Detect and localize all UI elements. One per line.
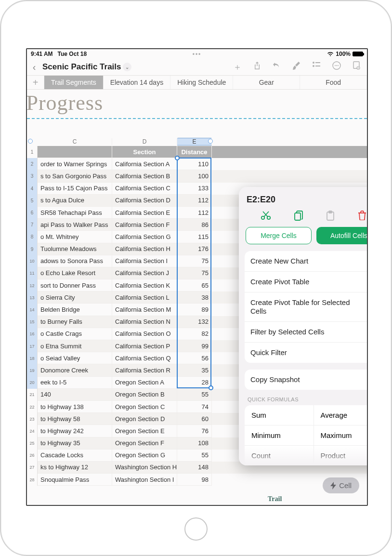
back-button[interactable]: ‹ (29, 62, 39, 73)
cell-segment[interactable]: to Highway 58 (38, 413, 112, 425)
cell-distance[interactable]: 112 (177, 207, 212, 219)
cell-section[interactable]: Oregon Section G (112, 450, 177, 462)
header-cell-distance[interactable]: Distance (177, 146, 212, 158)
document-view-icon[interactable] (353, 61, 360, 73)
cell-section[interactable]: Washington Section I (112, 474, 177, 486)
cell-section[interactable]: California Section D (112, 195, 177, 207)
cell-segment[interactable]: Cascade Locks (38, 450, 112, 462)
cell-section[interactable]: Oregon Section D (112, 413, 177, 425)
cell-segment[interactable]: to Highway 35 (38, 437, 112, 450)
cell-distance[interactable]: 133 (177, 183, 212, 195)
row-header[interactable]: 21 (27, 389, 38, 401)
action-filter-selected[interactable]: Filter by Selected Cells (245, 322, 368, 343)
cell-segment[interactable]: Snoqualmie Pass (38, 474, 112, 486)
cell-distance[interactable]: 35 (177, 364, 212, 376)
cell-section[interactable]: California Section I (112, 255, 177, 267)
cell-distance[interactable]: 89 (177, 304, 212, 316)
row-header[interactable]: 19 (27, 364, 38, 376)
formula-minimum[interactable]: Minimum (245, 425, 314, 445)
tab-trail-segments[interactable]: Trail Segments (44, 76, 104, 89)
tab-gear[interactable]: Gear (233, 76, 300, 89)
cell-section[interactable]: Washington Section H (112, 462, 177, 474)
cell-segment[interactable]: o Echo Lake Resort (38, 267, 112, 279)
row-header[interactable]: 28 (27, 474, 38, 486)
cell-distance[interactable]: 115 (177, 231, 212, 243)
action-create-chart[interactable]: Create New Chart (245, 251, 368, 272)
row-header[interactable]: 1 (27, 146, 38, 158)
cell-distance[interactable]: 98 (177, 474, 212, 486)
row-header[interactable]: 13 (27, 291, 38, 304)
selection-edge-handle[interactable] (208, 139, 213, 144)
row-header[interactable]: 10 (27, 255, 38, 267)
tab-elevation[interactable]: Elevation 14 days (104, 76, 171, 89)
formula-sum[interactable]: Sum (245, 405, 314, 425)
cell-section[interactable]: Oregon Section A (112, 377, 177, 389)
cell-distance[interactable]: 148 (177, 462, 212, 474)
tab-food[interactable]: Food (300, 76, 367, 89)
row-header[interactable]: 7 (27, 219, 38, 231)
row-header[interactable]: 11 (27, 267, 38, 279)
cell-segment[interactable]: eek to I-5 (38, 377, 112, 389)
row-header[interactable]: 18 (27, 352, 38, 364)
autofill-cells-button[interactable]: Autofill Cells (316, 227, 368, 244)
cell-section[interactable]: California Section J (112, 267, 177, 279)
organize-icon[interactable] (312, 61, 321, 73)
cell-segment[interactable]: o Mt. Whitney (38, 231, 112, 243)
cell-distance[interactable]: 176 (177, 243, 212, 255)
cell-segment[interactable]: Belden Bridge (38, 304, 112, 316)
cell-distance[interactable]: 82 (177, 328, 212, 340)
cell-distance[interactable]: 76 (177, 425, 212, 437)
cell-section[interactable]: Oregon Section F (112, 437, 177, 450)
cell-distance[interactable]: 65 (177, 279, 212, 291)
cell-segment[interactable]: to Burney Falls (38, 316, 112, 328)
cell-segment[interactable]: ks to Highway 12 (38, 462, 112, 474)
cell-section[interactable]: California Section Q (112, 352, 177, 364)
cell-segment[interactable]: Pass to I-15 Cajon Pass (38, 183, 112, 195)
cell-distance[interactable]: 86 (177, 219, 212, 231)
cell-section[interactable]: Oregon Section B (112, 389, 177, 401)
cell-distance[interactable]: 75 (177, 267, 212, 279)
row-header[interactable]: 23 (27, 413, 38, 425)
cell-segment[interactable]: o Sierra City (38, 291, 112, 304)
header-cell-section[interactable]: Section (112, 146, 177, 158)
row-header[interactable]: 3 (27, 170, 38, 182)
cell-distance[interactable]: 132 (177, 316, 212, 328)
formula-product[interactable]: Product (314, 446, 368, 465)
action-create-pivot-selected[interactable]: Create Pivot Table for Selected Cells (245, 292, 368, 322)
cell-distance[interactable]: 55 (177, 389, 212, 401)
delete-icon[interactable] (358, 211, 366, 221)
document-title[interactable]: Scenic Pacific Trails (42, 62, 121, 72)
row-header[interactable]: 14 (27, 304, 38, 316)
header-cell[interactable] (38, 146, 112, 158)
cell-section[interactable]: California Section H (112, 243, 177, 255)
home-button[interactable] (184, 517, 208, 541)
undo-icon[interactable] (273, 61, 281, 73)
cell-segment[interactable]: order to Warner Springs (38, 158, 112, 170)
row-header[interactable]: 2 (27, 158, 38, 170)
action-copy-snapshot[interactable]: Copy Snapshot (245, 370, 368, 390)
share-icon[interactable] (253, 61, 261, 73)
tab-hiking-schedule[interactable]: Hiking Schedule (170, 76, 233, 89)
formula-count[interactable]: Count (245, 446, 314, 465)
cell-section[interactable]: California Section L (112, 291, 177, 304)
document-chevron-icon[interactable]: ⌄ (123, 63, 131, 71)
add-sheet-button[interactable]: + (27, 76, 44, 89)
cell-section[interactable]: Oregon Section C (112, 401, 177, 413)
cell-segment[interactable]: api Pass to Walker Pass (38, 219, 112, 231)
cell-segment[interactable]: s to Agua Dulce (38, 195, 112, 207)
cell-mode-pill[interactable]: Cell (323, 477, 359, 493)
row-header[interactable]: 4 (27, 183, 38, 195)
cell-section[interactable]: California Section F (112, 219, 177, 231)
cell-segment[interactable]: to Highway 138 (38, 401, 112, 413)
more-icon[interactable] (332, 61, 341, 73)
cell-distance[interactable]: 99 (177, 340, 212, 352)
row-header[interactable]: 20 (27, 377, 38, 389)
cell-segment[interactable]: s to San Gorgonio Pass (38, 170, 112, 182)
add-icon[interactable]: ＋ (233, 61, 242, 73)
formula-maximum[interactable]: Maximum (314, 425, 368, 445)
cell-segment[interactable]: o Seiad Valley (38, 352, 112, 364)
cell-segment[interactable]: to Highway 242 (38, 425, 112, 437)
cell-section[interactable]: California Section B (112, 170, 177, 182)
cell-section[interactable]: California Section P (112, 340, 177, 352)
cell-distance[interactable]: 110 (177, 158, 212, 170)
